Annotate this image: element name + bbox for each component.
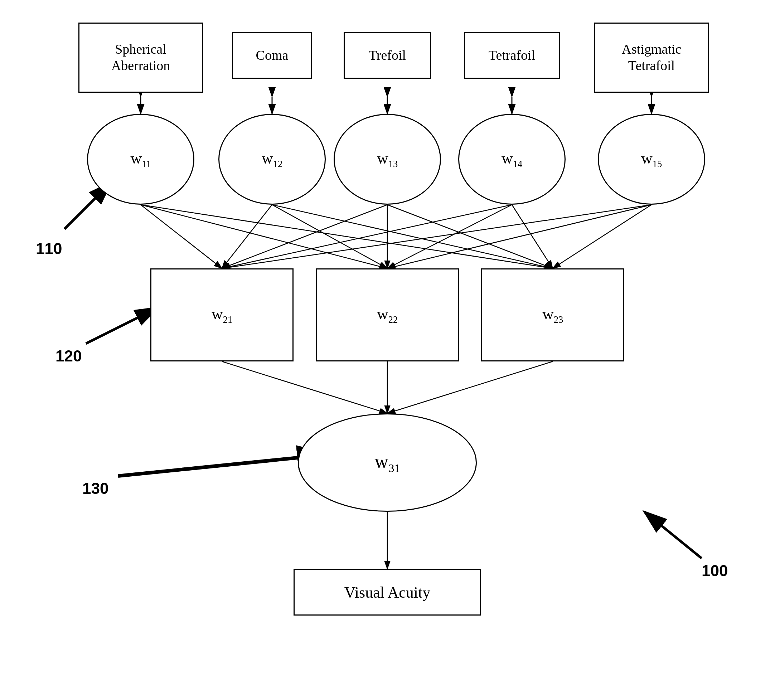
input-box-tetrafoil: Tetrafoil xyxy=(464,32,560,79)
svg-line-24 xyxy=(388,361,553,413)
node-w11: w11 xyxy=(87,114,195,205)
node-w14: w14 xyxy=(458,114,565,205)
node-w31: w31 xyxy=(298,413,477,512)
node-w13: w13 xyxy=(334,114,441,205)
svg-line-11 xyxy=(272,205,388,268)
annotation-130: 130 xyxy=(82,480,108,497)
diagram: Spherical Aberration Coma Trefoil Tetraf… xyxy=(0,0,775,700)
annotation-110: 110 xyxy=(36,240,62,258)
svg-line-22 xyxy=(222,361,388,413)
svg-line-15 xyxy=(388,205,553,268)
node-w23: w23 xyxy=(481,268,624,361)
svg-line-19 xyxy=(222,205,652,268)
svg-line-21 xyxy=(553,205,652,268)
annotation-120: 120 xyxy=(55,347,81,365)
svg-line-13 xyxy=(222,205,388,268)
output-box-visual-acuity: Visual Acuity xyxy=(294,569,481,615)
svg-line-12 xyxy=(272,205,553,268)
svg-line-17 xyxy=(388,205,512,268)
svg-line-20 xyxy=(388,205,652,268)
svg-line-7 xyxy=(141,205,222,268)
svg-line-27 xyxy=(86,308,158,344)
input-box-astigmatic-tetrafoil: Astigmatic Tetrafoil xyxy=(594,23,709,93)
annotation-100: 100 xyxy=(702,562,728,580)
node-w15: w15 xyxy=(598,114,705,205)
node-w22: w22 xyxy=(316,268,459,361)
svg-line-18 xyxy=(512,205,553,268)
svg-line-16 xyxy=(222,205,512,268)
input-box-coma: Coma xyxy=(232,32,312,79)
node-w12: w12 xyxy=(218,114,326,205)
svg-line-8 xyxy=(141,205,388,268)
svg-line-29 xyxy=(644,512,702,558)
svg-line-10 xyxy=(222,205,272,268)
node-w21: w21 xyxy=(150,268,294,361)
input-box-spherical-aberration: Spherical Aberration xyxy=(78,23,203,93)
svg-line-9 xyxy=(141,205,553,268)
input-box-trefoil: Trefoil xyxy=(344,32,431,79)
